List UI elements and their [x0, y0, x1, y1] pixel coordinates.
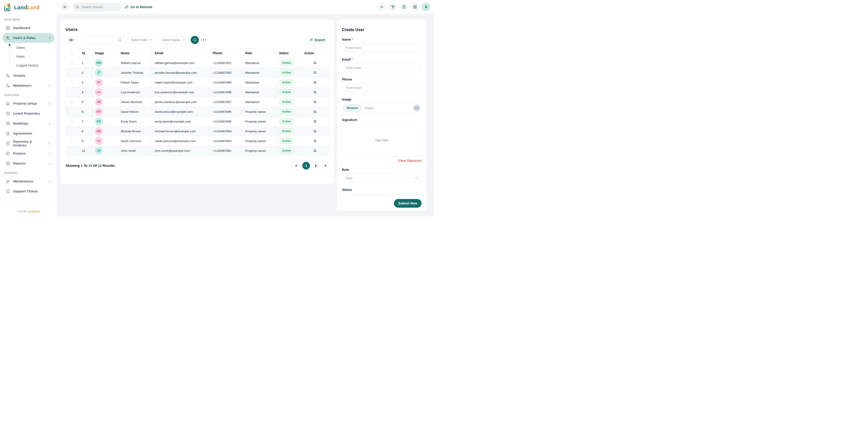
table-row: 8MBMichael Brownmichael.brown@example.co…: [66, 126, 329, 136]
cell-email: james.martinez@example.com: [152, 97, 209, 107]
sidebar-item-maintenance[interactable]: Maintenance: [2, 176, 55, 186]
row-checkbox[interactable]: [70, 119, 74, 123]
notepad-button[interactable]: [400, 3, 408, 11]
role-select[interactable]: Role: [342, 174, 422, 182]
cell-image: JT: [92, 68, 118, 78]
cell-status: Active: [276, 97, 301, 107]
sliders-icon[interactable]: [313, 80, 317, 85]
sidebar-item-reports[interactable]: Reports: [2, 158, 55, 168]
sidebar-item-property-setup[interactable]: Property Setup: [2, 98, 55, 109]
sliders-icon[interactable]: [313, 129, 317, 134]
email-field[interactable]: [346, 66, 418, 70]
select-all-checkbox[interactable]: [70, 51, 74, 55]
page-button-1[interactable]: 1: [302, 162, 310, 170]
phone-field[interactable]: [346, 86, 418, 90]
export-button[interactable]: Export: [305, 36, 329, 44]
apply-search-button[interactable]: [191, 36, 199, 44]
column-header-phone: Phone: [209, 48, 242, 58]
sidebar-nav: MAIN MENUDashboardUsers & RolesUsersRole…: [0, 15, 57, 206]
row-checkbox[interactable]: [70, 61, 74, 65]
cell-name: Sarah Johnson: [118, 136, 152, 146]
sidebar-subitem-roles[interactable]: Roles: [9, 52, 55, 61]
sliders-icon[interactable]: [313, 70, 317, 75]
name-field[interactable]: [346, 46, 418, 50]
sidebar-item-dashboard[interactable]: Dashboard: [2, 23, 55, 33]
user-avatar[interactable]: A: [422, 3, 430, 11]
next-page-button[interactable]: [321, 162, 329, 170]
brand-logo[interactable]: LandLord: [0, 0, 57, 15]
panel-title: Create User: [342, 27, 422, 32]
table-search-input[interactable]: [84, 38, 118, 42]
sidebar-item-support-tickets[interactable]: Support Tickets: [2, 186, 55, 196]
avatar: WG: [95, 59, 103, 67]
chevron-down-icon: [415, 177, 418, 179]
avatar: SJ: [95, 137, 103, 145]
row-checkbox[interactable]: [70, 129, 74, 133]
global-search-input[interactable]: [82, 5, 118, 9]
sliders-icon[interactable]: [313, 61, 317, 65]
table-row: 7EDEmily Davisemily.davis@example.com+12…: [66, 117, 329, 126]
invoice-icon: [5, 141, 10, 146]
status-filter-select[interactable]: Select Status: [158, 36, 189, 44]
sidebar-item-listed-properties[interactable]: Listed Properties: [2, 109, 55, 118]
more-options-button[interactable]: [201, 39, 206, 40]
notepad-icon: [402, 5, 406, 9]
paint-roller-button[interactable]: [389, 3, 397, 11]
sliders-icon[interactable]: [313, 99, 317, 104]
go-to-website-link[interactable]: Go to Website: [124, 5, 152, 9]
sliders-icon[interactable]: [313, 119, 317, 124]
status-badge: Active: [279, 89, 294, 95]
cell-role: Maintainer: [242, 78, 276, 87]
submit-button[interactable]: Submit Now: [394, 199, 422, 208]
cell-name: Jennifer Thomas: [118, 68, 152, 78]
row-checkbox[interactable]: [70, 70, 74, 75]
sidebar-item-agreements[interactable]: Agreements: [2, 128, 55, 139]
sliders-icon[interactable]: [313, 109, 317, 114]
row-checkbox[interactable]: [70, 90, 74, 94]
sidebar-subitem-users[interactable]: Users: [9, 43, 55, 52]
clear-signature-link[interactable]: Clear Signature: [342, 159, 422, 163]
sidebar-item-bookings[interactable]: Bookings: [2, 118, 55, 128]
sidebar-item-maintainers[interactable]: Maintainers: [2, 81, 55, 91]
row-checkbox[interactable]: [70, 139, 74, 143]
sliders-icon[interactable]: [313, 90, 317, 94]
row-checkbox[interactable]: [70, 80, 74, 84]
global-search[interactable]: [72, 3, 121, 11]
sidebar-toggle-button[interactable]: [61, 3, 69, 11]
row-checkbox[interactable]: [70, 110, 74, 114]
role-filter-select[interactable]: Select Role: [127, 36, 156, 44]
avatar: LA: [95, 88, 103, 96]
grid-apps-button[interactable]: [411, 3, 419, 11]
cell-sl: 5: [79, 97, 92, 107]
sidebar-item-label: Payments & Invoices: [13, 140, 45, 147]
sidebar-item-payments-invoices[interactable]: Payments & Invoices: [2, 139, 55, 148]
page-size-select[interactable]: 10: [65, 36, 79, 44]
phone-field-wrap: [342, 84, 422, 92]
chevron-down-icon: [48, 36, 51, 40]
sidebar-item-label: Maintainers: [13, 84, 32, 87]
sidebar-item-finance[interactable]: Finance: [2, 148, 55, 158]
table-search-field[interactable]: [81, 36, 125, 44]
previous-page-button[interactable]: [293, 162, 301, 170]
row-checkbox[interactable]: [70, 100, 74, 104]
copyright-brand: Landlord: [27, 210, 39, 213]
browse-button[interactable]: Browse: [343, 105, 362, 111]
cell-name: Michael Brown: [118, 126, 152, 136]
sliders-icon[interactable]: [313, 148, 317, 153]
image-upload-field[interactable]: Browse Image US: [342, 104, 422, 113]
sidebar-item-users-roles[interactable]: Users & Roles: [2, 33, 55, 43]
plus-button[interactable]: [377, 3, 386, 11]
sliders-icon[interactable]: [313, 139, 317, 143]
sidebar-item-tenants[interactable]: Tenants: [2, 70, 55, 81]
row-checkbox[interactable]: [70, 149, 74, 153]
sidebar-subitem-logged-history[interactable]: Logged History: [9, 61, 55, 70]
user-clock-icon: [5, 73, 10, 78]
chevron-right-icon: [48, 142, 51, 145]
cell-phone: +1234567895: [209, 117, 242, 126]
cell-action: [301, 126, 329, 136]
cell-phone: +1234567901: [209, 58, 242, 68]
signature-pad[interactable]: Sign here: [342, 124, 422, 156]
avatar: ED: [95, 118, 103, 125]
page-button-2[interactable]: 2: [312, 162, 319, 170]
name-label: Name *: [342, 38, 422, 41]
